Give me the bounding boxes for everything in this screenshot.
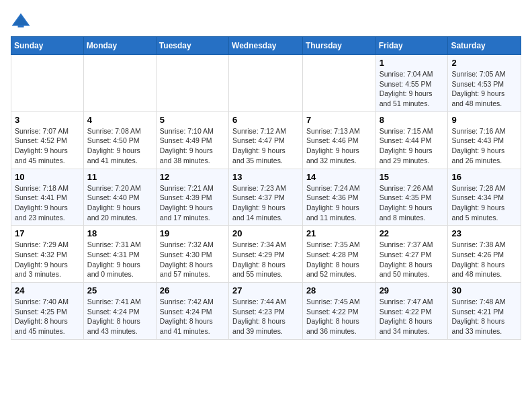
calendar-cell: 15Sunrise: 7:26 AM Sunset: 4:35 PM Dayli… <box>375 169 448 226</box>
day-number: 3 <box>15 115 80 125</box>
calendar-cell: 23Sunrise: 7:38 AM Sunset: 4:26 PM Dayli… <box>448 226 521 283</box>
calendar-cell <box>11 55 84 112</box>
calendar-cell: 12Sunrise: 7:21 AM Sunset: 4:39 PM Dayli… <box>156 169 228 226</box>
calendar-week-2: 3Sunrise: 7:07 AM Sunset: 4:52 PM Daylig… <box>11 111 521 169</box>
calendar-cell: 27Sunrise: 7:44 AM Sunset: 4:23 PM Dayli… <box>229 283 303 340</box>
calendar-cell: 16Sunrise: 7:28 AM Sunset: 4:34 PM Dayli… <box>448 169 521 226</box>
day-number: 17 <box>15 228 80 238</box>
day-detail: Sunrise: 7:24 AM Sunset: 4:36 PM Dayligh… <box>306 183 372 223</box>
day-number: 13 <box>232 172 299 182</box>
day-detail: Sunrise: 7:16 AM Sunset: 4:43 PM Dayligh… <box>451 126 517 166</box>
day-number: 1 <box>380 58 445 68</box>
calendar-cell: 1Sunrise: 7:04 AM Sunset: 4:55 PM Daylig… <box>375 55 448 112</box>
calendar-cell: 4Sunrise: 7:08 AM Sunset: 4:50 PM Daylig… <box>83 111 156 169</box>
day-number: 10 <box>15 172 80 182</box>
day-detail: Sunrise: 7:28 AM Sunset: 4:34 PM Dayligh… <box>451 183 517 223</box>
header-saturday: Saturday <box>448 37 521 55</box>
day-number: 18 <box>87 228 152 238</box>
calendar-cell: 29Sunrise: 7:47 AM Sunset: 4:22 PM Dayli… <box>375 283 448 340</box>
calendar-cell: 5Sunrise: 7:10 AM Sunset: 4:49 PM Daylig… <box>156 111 228 169</box>
day-number: 16 <box>451 172 517 182</box>
calendar-week-5: 24Sunrise: 7:40 AM Sunset: 4:25 PM Dayli… <box>11 283 521 340</box>
calendar-table: SundayMondayTuesdayWednesdayThursdayFrid… <box>11 36 521 340</box>
calendar-cell: 18Sunrise: 7:31 AM Sunset: 4:31 PM Dayli… <box>83 226 156 283</box>
day-detail: Sunrise: 7:37 AM Sunset: 4:27 PM Dayligh… <box>380 240 445 279</box>
day-detail: Sunrise: 7:08 AM Sunset: 4:50 PM Dayligh… <box>87 126 152 166</box>
day-detail: Sunrise: 7:10 AM Sunset: 4:49 PM Dayligh… <box>160 126 225 166</box>
day-number: 9 <box>451 115 517 125</box>
svg-rect-2 <box>18 25 24 28</box>
day-number: 22 <box>380 228 445 238</box>
day-number: 23 <box>451 228 517 238</box>
calendar-week-1: 1Sunrise: 7:04 AM Sunset: 4:55 PM Daylig… <box>11 55 521 112</box>
calendar-cell <box>156 55 228 112</box>
header-friday: Friday <box>375 37 448 55</box>
calendar-header-row: SundayMondayTuesdayWednesdayThursdayFrid… <box>11 37 521 55</box>
day-number: 7 <box>306 115 372 125</box>
day-detail: Sunrise: 7:44 AM Sunset: 4:23 PM Dayligh… <box>232 297 299 336</box>
day-detail: Sunrise: 7:12 AM Sunset: 4:47 PM Dayligh… <box>232 126 299 166</box>
day-number: 20 <box>232 228 299 238</box>
logo-icon <box>11 11 31 31</box>
calendar-cell: 26Sunrise: 7:42 AM Sunset: 4:24 PM Dayli… <box>156 283 228 340</box>
day-detail: Sunrise: 7:04 AM Sunset: 4:55 PM Dayligh… <box>380 69 445 109</box>
calendar-week-4: 17Sunrise: 7:29 AM Sunset: 4:32 PM Dayli… <box>11 226 521 283</box>
calendar-cell: 28Sunrise: 7:45 AM Sunset: 4:22 PM Dayli… <box>302 283 375 340</box>
header-thursday: Thursday <box>302 37 375 55</box>
page-header <box>11 11 521 31</box>
day-number: 15 <box>380 172 445 182</box>
day-number: 5 <box>160 115 225 125</box>
day-detail: Sunrise: 7:35 AM Sunset: 4:28 PM Dayligh… <box>306 240 372 279</box>
day-detail: Sunrise: 7:20 AM Sunset: 4:40 PM Dayligh… <box>87 183 152 223</box>
day-detail: Sunrise: 7:34 AM Sunset: 4:29 PM Dayligh… <box>232 240 299 279</box>
calendar-cell <box>302 55 375 112</box>
calendar-cell: 14Sunrise: 7:24 AM Sunset: 4:36 PM Dayli… <box>302 169 375 226</box>
day-detail: Sunrise: 7:42 AM Sunset: 4:24 PM Dayligh… <box>160 297 225 336</box>
calendar-cell: 17Sunrise: 7:29 AM Sunset: 4:32 PM Dayli… <box>11 226 84 283</box>
calendar-cell: 10Sunrise: 7:18 AM Sunset: 4:41 PM Dayli… <box>11 169 84 226</box>
day-detail: Sunrise: 7:31 AM Sunset: 4:31 PM Dayligh… <box>87 240 152 279</box>
calendar-cell: 25Sunrise: 7:41 AM Sunset: 4:24 PM Dayli… <box>83 283 156 340</box>
day-detail: Sunrise: 7:05 AM Sunset: 4:53 PM Dayligh… <box>451 69 517 109</box>
day-detail: Sunrise: 7:15 AM Sunset: 4:44 PM Dayligh… <box>380 126 445 166</box>
day-detail: Sunrise: 7:38 AM Sunset: 4:26 PM Dayligh… <box>451 240 517 279</box>
day-number: 6 <box>232 115 299 125</box>
calendar-cell: 11Sunrise: 7:20 AM Sunset: 4:40 PM Dayli… <box>83 169 156 226</box>
header-tuesday: Tuesday <box>156 37 228 55</box>
day-detail: Sunrise: 7:48 AM Sunset: 4:21 PM Dayligh… <box>451 297 517 336</box>
day-detail: Sunrise: 7:40 AM Sunset: 4:25 PM Dayligh… <box>15 297 80 336</box>
day-number: 26 <box>160 285 225 295</box>
calendar-cell: 19Sunrise: 7:32 AM Sunset: 4:30 PM Dayli… <box>156 226 228 283</box>
calendar-cell: 24Sunrise: 7:40 AM Sunset: 4:25 PM Dayli… <box>11 283 84 340</box>
day-number: 27 <box>232 285 299 295</box>
calendar-cell: 8Sunrise: 7:15 AM Sunset: 4:44 PM Daylig… <box>375 111 448 169</box>
calendar-cell: 9Sunrise: 7:16 AM Sunset: 4:43 PM Daylig… <box>448 111 521 169</box>
day-number: 8 <box>380 115 445 125</box>
header-wednesday: Wednesday <box>229 37 303 55</box>
calendar-cell: 13Sunrise: 7:23 AM Sunset: 4:37 PM Dayli… <box>229 169 303 226</box>
calendar-week-3: 10Sunrise: 7:18 AM Sunset: 4:41 PM Dayli… <box>11 169 521 226</box>
day-detail: Sunrise: 7:29 AM Sunset: 4:32 PM Dayligh… <box>15 240 80 279</box>
day-detail: Sunrise: 7:23 AM Sunset: 4:37 PM Dayligh… <box>232 183 299 223</box>
day-number: 24 <box>15 285 80 295</box>
day-number: 25 <box>87 285 152 295</box>
day-number: 30 <box>451 285 517 295</box>
day-detail: Sunrise: 7:41 AM Sunset: 4:24 PM Dayligh… <box>87 297 152 336</box>
day-detail: Sunrise: 7:45 AM Sunset: 4:22 PM Dayligh… <box>306 297 372 336</box>
day-detail: Sunrise: 7:13 AM Sunset: 4:46 PM Dayligh… <box>306 126 372 166</box>
calendar-cell: 7Sunrise: 7:13 AM Sunset: 4:46 PM Daylig… <box>302 111 375 169</box>
logo <box>11 11 34 31</box>
day-detail: Sunrise: 7:21 AM Sunset: 4:39 PM Dayligh… <box>160 183 225 223</box>
calendar-cell <box>229 55 303 112</box>
day-number: 12 <box>160 172 225 182</box>
day-number: 2 <box>451 58 517 68</box>
calendar-cell <box>83 55 156 112</box>
day-number: 14 <box>306 172 372 182</box>
calendar-cell: 30Sunrise: 7:48 AM Sunset: 4:21 PM Dayli… <box>448 283 521 340</box>
day-detail: Sunrise: 7:26 AM Sunset: 4:35 PM Dayligh… <box>380 183 445 223</box>
day-number: 4 <box>87 115 152 125</box>
day-number: 29 <box>380 285 445 295</box>
calendar-cell: 6Sunrise: 7:12 AM Sunset: 4:47 PM Daylig… <box>229 111 303 169</box>
day-number: 28 <box>306 285 372 295</box>
calendar-cell: 3Sunrise: 7:07 AM Sunset: 4:52 PM Daylig… <box>11 111 84 169</box>
